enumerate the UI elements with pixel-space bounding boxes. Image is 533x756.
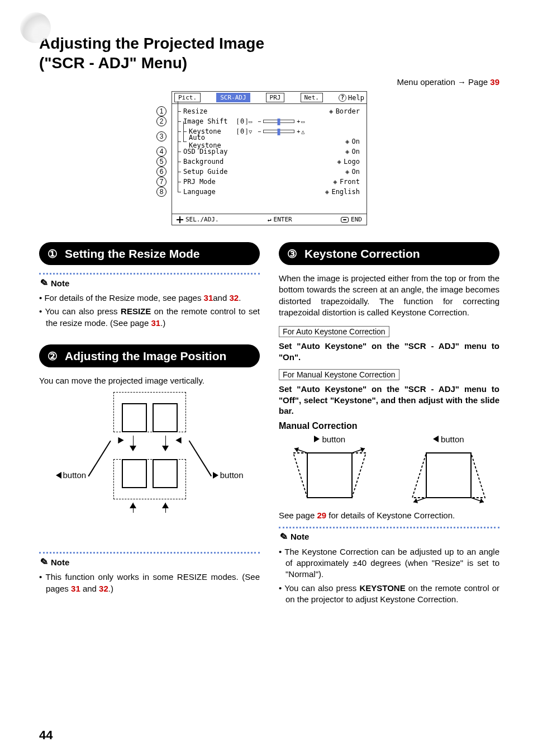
- left-button-label: button: [56, 470, 87, 480]
- circled-2-icon: ②: [46, 349, 59, 363]
- decorative-corner: [20, 12, 51, 43]
- diamond-arrow-icon: ◈: [329, 107, 334, 115]
- triangle-right-icon: [213, 472, 218, 479]
- see-page: See page 29 for details of Keystone Corr…: [279, 510, 499, 521]
- osd-footer: SEL./ADJ. ↵ENTER END: [172, 214, 367, 225]
- note-heading: ✎ Note: [279, 531, 499, 543]
- keystone-right-diagram: button: [288, 434, 372, 503]
- osd-body: 1 Resize ◈ Border 2 Image Shift [ 0 ] ▭: [172, 104, 367, 214]
- body-text: You can move the projected image vertica…: [39, 375, 260, 386]
- image-position-diagram: button button: [83, 392, 217, 532]
- callout-8: 8: [156, 187, 166, 197]
- osd-row-osd-display: 4 OSD Display ◈On: [175, 147, 363, 157]
- triangle-right-icon: [314, 436, 320, 442]
- box-manual-keystone: For Manual Keystone Correction: [279, 369, 399, 380]
- dotted-separator: [39, 273, 260, 275]
- triangle-left-icon: [56, 472, 61, 479]
- manual-correction-heading: Manual Correction: [279, 421, 499, 431]
- svg-marker-0: [293, 453, 366, 498]
- dpad-icon: [177, 216, 183, 223]
- osd-row-setup-guide: 6 Setup Guide ◈On: [175, 167, 363, 177]
- trapezoid-bottom-wide: [407, 447, 491, 503]
- note-icon: ✎: [37, 555, 49, 569]
- title-line-1: Adjusting the Projected Image: [39, 35, 264, 52]
- note-list: The Keystone Correction can be adjusted …: [279, 546, 499, 605]
- left-column: ① Setting the Resize Mode ✎ Note For det…: [39, 242, 260, 607]
- callout-1: 1: [156, 106, 166, 116]
- osd-row-image-shift: 2 Image Shift [ 0 ] ▭ − + ▭: [175, 116, 363, 126]
- svg-marker-6: [412, 453, 485, 498]
- slider-keystone: [263, 130, 294, 133]
- dotted-separator: [39, 552, 260, 554]
- body-text: When the image is projected either from …: [279, 273, 499, 318]
- instruction-manual: Set "Auto Keystone" on the "SCR - ADJ" m…: [279, 384, 499, 417]
- note-icon: ✎: [37, 276, 49, 290]
- osd-tab-prj: PRJ: [266, 93, 285, 102]
- note-heading: ✎ Note: [39, 277, 260, 289]
- shift-left-icon: ▭: [249, 119, 256, 125]
- section-image-position: ② Adjusting the Image Position: [39, 344, 260, 367]
- callout-7: 7: [156, 177, 166, 187]
- callout-3: 3: [156, 131, 166, 141]
- svg-rect-7: [426, 453, 471, 498]
- osd-tab-pict: Pict.: [174, 93, 201, 102]
- instruction-auto: Set "Auto Keystone" on the "SCR - ADJ" m…: [279, 341, 499, 362]
- list-item: You can also press KEYSTONE on the remot…: [279, 583, 499, 606]
- callout-5: 5: [156, 157, 166, 167]
- shift-right-icon: ▭: [301, 119, 309, 125]
- section-resize: ① Setting the Resize Mode: [39, 242, 260, 265]
- osd-menu: Pict. SCR-ADJ PRJ Net. ? Help 1 Resize ◈…: [172, 91, 367, 225]
- dotted-separator: [279, 527, 499, 528]
- osd-row-language: 8 Language ◈English: [175, 187, 363, 197]
- right-button-label: button: [213, 470, 244, 480]
- svg-rect-1: [307, 453, 352, 498]
- osd-row-prj-mode: 7 PRJ Mode ◈Front: [175, 177, 363, 187]
- note-heading: ✎ Note: [39, 556, 260, 568]
- page-ref-39: 39: [490, 77, 499, 87]
- osd-tab-scr-adj: SCR-ADJ: [216, 93, 250, 102]
- osd-tab-net: Net.: [301, 93, 323, 102]
- list-item: You can also press RESIZE on the remote …: [39, 306, 260, 329]
- triangle-left-icon: [433, 436, 439, 442]
- page-title: Adjusting the Projected Image ("SCR - AD…: [39, 34, 499, 73]
- list-item: This function only works in some RESIZE …: [39, 571, 260, 594]
- osd-row-background: 5 Background ◈Logo: [175, 157, 363, 167]
- list-item: The Keystone Correction can be adjusted …: [279, 546, 499, 580]
- callout-4: 4: [156, 147, 166, 157]
- keystone-left-diagram: button: [407, 434, 491, 503]
- arrow-right-icon: →: [458, 77, 466, 87]
- diamond-arrow-icon: ◈: [345, 138, 350, 145]
- menu-operation-ref: Menu operation → Page 39: [39, 77, 499, 87]
- circled-1-icon: ①: [46, 247, 59, 261]
- list-item: For details of the Resize mode, see page…: [39, 292, 260, 304]
- note-icon: ✎: [277, 530, 288, 544]
- callout-2: 2: [156, 116, 166, 126]
- osd-tab-help: ? Help: [339, 94, 364, 102]
- title-line-2: ("SCR - ADJ" Menu): [39, 54, 187, 72]
- note-list: This function only works in some RESIZE …: [39, 571, 260, 594]
- osd-row-resize: 1 Resize ◈ Border: [175, 106, 363, 116]
- page-number: 44: [39, 728, 53, 743]
- keystone-diagrams: button button: [279, 434, 499, 503]
- trapezoid-top-wide: [288, 447, 372, 503]
- question-icon: ?: [339, 94, 346, 102]
- section-keystone: ③ Keystone Correction: [279, 242, 499, 265]
- osd-tabs: Pict. SCR-ADJ PRJ Net. ? Help: [172, 92, 367, 104]
- keystone-down-icon: ▽: [249, 129, 256, 135]
- callout-6: 6: [156, 167, 166, 177]
- keystone-up-icon: △: [301, 129, 309, 135]
- slider-image-shift: [263, 120, 294, 123]
- note-list: For details of the Resize mode, see page…: [39, 292, 260, 329]
- end-icon: [341, 217, 349, 223]
- right-column: ③ Keystone Correction When the image is …: [279, 242, 499, 607]
- box-auto-keystone: For Auto Keystone Correction: [279, 326, 389, 337]
- osd-row-auto-keystone: Auto Keystone ◈ On: [175, 136, 363, 147]
- circled-3-icon: ③: [285, 247, 299, 261]
- enter-icon: ↵: [268, 216, 272, 223]
